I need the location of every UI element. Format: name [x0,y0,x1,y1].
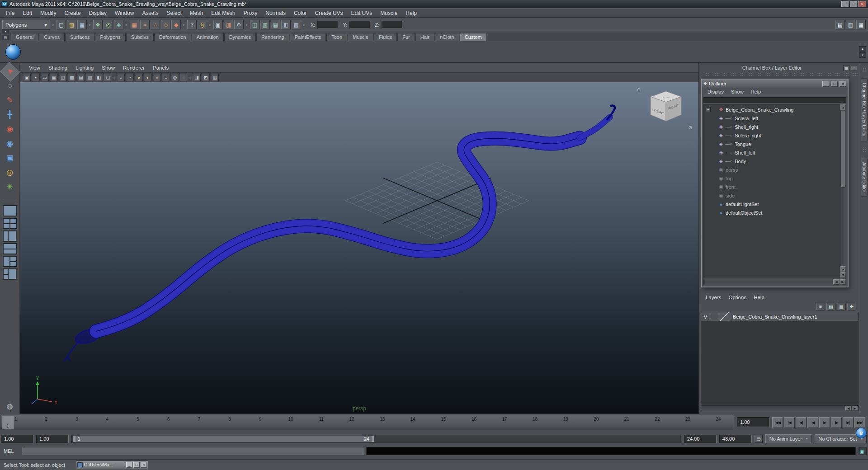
rotate-tool-button[interactable]: ◉ [2,122,18,136]
toggle-attribute-editor-icon[interactable]: ▤ [835,20,845,29]
field-guides-icon[interactable]: ◩ [202,74,210,81]
shelf-tab[interactable]: Custom [460,33,487,41]
scroll-up-icon[interactable]: ▲ [840,266,846,272]
default-material-icon[interactable]: ◍ [171,74,179,81]
shelf-tab[interactable]: Muscle [348,33,373,41]
frame-number-label[interactable]: 13 [367,417,398,422]
frame-number-label[interactable]: 11 [306,417,337,422]
snap-curve-icon[interactable]: ≈ [140,20,150,29]
frame-number-label[interactable]: 24 [703,417,734,422]
anim-layer-dropdown[interactable]: No Anim Layer ▾ [765,434,812,443]
shelf-tab[interactable]: Surfaces [65,33,94,41]
viewport-menu-item[interactable]: Panels [149,65,173,70]
scrollbar-thumb[interactable] [841,111,845,188]
snake-wireframe[interactable] [64,106,615,361]
uv-editor-icon[interactable]: ▩ [292,20,301,29]
frame-number-label[interactable]: 19 [550,417,581,422]
layer-playback-toggle[interactable] [710,312,719,321]
scroll-left-icon[interactable]: ◀ [833,279,840,285]
outliner-horizontal-scrollbar[interactable]: ◀ ▶ [703,279,846,285]
command-language-toggle[interactable]: MEL [1,448,20,454]
vray-options-icon[interactable]: ▤ [271,20,280,29]
menubar-item[interactable]: Assets [138,9,162,17]
menubar-item[interactable]: Window [111,9,138,17]
outliner-row[interactable]: ◉persp [704,165,839,174]
outliner-row[interactable]: ●defaultObjectSet [704,208,839,217]
menubar-item[interactable]: Edit UVs [347,9,377,17]
toolbox-bottom-icon[interactable]: ◍ [7,402,13,410]
vray-sphere-shelf-item[interactable] [5,44,21,60]
go-to-start-button[interactable]: |◀◀ [772,417,783,428]
outliner-row[interactable]: ◈──○Shell_left [704,148,839,157]
frame-number-label[interactable]: 23 [673,417,703,422]
outliner-row[interactable]: ◉side [704,191,839,200]
home-icon[interactable]: ⌂ [637,86,641,93]
viewcube-orbit-icon[interactable]: ⊙ [689,125,692,130]
scroll-right-icon[interactable]: ▶ [840,279,846,285]
select-object-icon[interactable]: ◎ [104,20,113,29]
menubar-item[interactable]: Display [85,9,110,17]
group-collapse-icon[interactable]: ▸ [302,19,306,30]
snap-point-icon[interactable]: ∴ [151,20,160,29]
layer-menu-item[interactable]: Help [750,295,768,300]
close-button[interactable]: × [859,1,866,7]
render-current-frame-icon[interactable]: ▣ [213,20,223,29]
shelf-tab[interactable]: Rendering [256,33,289,41]
textured-icon[interactable]: ◐ [144,74,152,81]
panel-float-icon[interactable]: □ [851,65,857,71]
smooth-shade-icon[interactable]: ● [135,74,143,81]
lock-camera-icon[interactable]: ▪ [32,74,40,81]
outliner-vertical-scrollbar[interactable]: ▲ ▲ ▼ [840,104,846,278]
shelf-tab[interactable]: Animation [192,33,224,41]
menubar-item[interactable]: Muscle [376,9,401,17]
wireframe-icon[interactable]: ○ [117,74,125,81]
frame-number-label[interactable]: 22 [642,417,673,422]
soft-modification-button[interactable]: ◎ [2,165,18,179]
toggle-channel-box-icon[interactable]: ▦ [856,20,866,29]
panel-menu-icon[interactable]: ▤ [843,65,849,71]
paint-select-tool-button[interactable]: ✎ [2,93,18,107]
menubar-item[interactable]: Proxy [240,9,262,17]
hypershade-icon[interactable]: ◧ [281,20,291,29]
layer-menu-item[interactable]: Layers [702,295,725,300]
points-shade-icon[interactable]: ◔ [126,74,134,81]
outliner-title-bar[interactable]: ❖ Outliner _ □ × [702,80,848,88]
frame-number-label[interactable]: 8 [214,417,245,422]
xray-icon[interactable]: ◌ [180,74,188,81]
frame-number-label[interactable]: 12 [336,417,367,422]
menubar-item[interactable]: Help [401,9,421,17]
outliner-maximize-button[interactable]: □ [831,81,838,87]
maximize-button[interactable]: □ [850,1,858,7]
gate-mask-icon[interactable]: ▤ [77,74,85,81]
outliner-row[interactable]: −❖Beige_Cobra_Snake_Crawling [704,105,839,114]
layout-two-stacked-button[interactable] [3,243,17,254]
shelf-tab[interactable]: nCloth [435,33,459,41]
select-camera-icon[interactable]: ▣ [23,74,31,81]
anim-layer-icon[interactable]: ▤ [755,435,763,443]
viewport-menu-item[interactable]: View [25,65,44,70]
outliner-menu-item[interactable]: Help [747,89,765,94]
input-connections-icon[interactable]: ? [187,20,197,29]
show-manipulator-button[interactable]: ✳ [2,180,18,194]
viewport-menu-item[interactable]: Lighting [71,65,98,70]
film-gate-icon[interactable]: ◫ [59,74,67,81]
outliner-close-button[interactable]: × [840,81,846,87]
layout-four-view-button[interactable] [3,218,17,229]
shelf-tab[interactable]: Fluids [374,33,397,41]
image-plane-icon[interactable]: ▭ [41,74,49,81]
menubar-item[interactable]: Modify [36,9,60,17]
outliner-row[interactable]: ◈──○Sclera_left [704,114,839,122]
sort-layers-icon[interactable]: ≡ [816,303,825,310]
shelf-tab[interactable]: Deformation [154,33,191,41]
menubar-item[interactable]: Normals [261,9,290,17]
frame-number-label[interactable]: 18 [520,417,551,422]
shelf-tab[interactable]: Toon [326,33,347,41]
vray-render-icon[interactable]: ▥ [260,20,270,29]
heads-up-display-icon[interactable]: ▧ [211,74,219,81]
outliner-menu-item[interactable]: Display [704,89,727,94]
step-back-key-button[interactable]: ◀| [796,417,807,428]
shelf-tab[interactable]: Curves [39,33,65,41]
layer-color-swatch[interactable] [719,312,730,321]
mini-minimize-button[interactable]: _ [126,462,132,468]
layout-outliner-persp-button[interactable] [3,230,17,242]
